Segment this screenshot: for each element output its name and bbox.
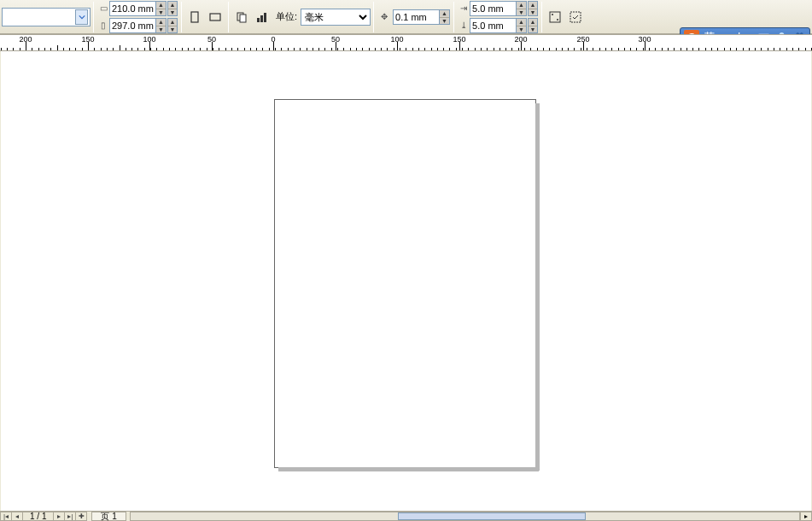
duplicate-distance-group: ⇥ ▲▼ ▲▼ ⤓ ▲▼ ▲▼ bbox=[457, 0, 539, 34]
dup-x-spinner[interactable]: ⇥ ▲▼ ▲▼ bbox=[458, 1, 538, 16]
page-dimensions-group: ▭ ▲▼ ▲▼ ▯ ▲▼ ▲▼ bbox=[96, 0, 178, 34]
chevron-down-icon bbox=[75, 9, 88, 25]
page-shadow bbox=[535, 103, 540, 471]
svg-rect-10 bbox=[570, 12, 581, 22]
svg-rect-0 bbox=[191, 12, 198, 22]
horizontal-ruler[interactable]: 20015010050050100150200250300 bbox=[0, 34, 812, 51]
landscape-button[interactable] bbox=[205, 7, 225, 27]
prev-page-button[interactable]: ◂ bbox=[11, 512, 23, 521]
svg-rect-1 bbox=[210, 14, 220, 20]
dup-y-spinner[interactable]: ⤓ ▲▼ ▲▼ bbox=[458, 18, 538, 33]
next-page-button[interactable]: ▸ bbox=[53, 512, 65, 521]
spinner-arrows[interactable]: ▲▼ bbox=[440, 9, 450, 25]
svg-rect-6 bbox=[264, 13, 266, 22]
page-height-input[interactable] bbox=[109, 18, 156, 33]
ruler-ticks: 20015010050050100150200250300 bbox=[0, 35, 812, 50]
spinner-arrows[interactable]: ▲▼ bbox=[156, 1, 166, 16]
canvas-stage[interactable] bbox=[1, 51, 811, 512]
snap-options-button[interactable] bbox=[545, 7, 565, 27]
treat-as-filled-button[interactable] bbox=[565, 7, 586, 27]
width-icon: ▭ bbox=[97, 3, 109, 13]
pages-button[interactable] bbox=[231, 7, 252, 27]
svg-rect-7 bbox=[550, 12, 560, 22]
portrait-button[interactable] bbox=[184, 7, 205, 27]
unit-select[interactable]: 毫米 bbox=[301, 9, 371, 26]
first-page-button[interactable]: |◂ bbox=[0, 512, 12, 521]
histogram-button[interactable] bbox=[252, 7, 272, 27]
spinner-arrows[interactable]: ▲▼ bbox=[156, 18, 166, 33]
dup-x-input[interactable] bbox=[470, 1, 517, 16]
unit-label: 单位: bbox=[272, 10, 301, 23]
separator bbox=[181, 2, 182, 32]
height-icon: ▯ bbox=[97, 20, 109, 30]
svg-rect-4 bbox=[257, 18, 260, 22]
page-navigator: |◂ ◂ 1 / 1 ▸ ▸| ✚ 页 1 ▸ bbox=[0, 511, 812, 521]
svg-rect-5 bbox=[260, 15, 263, 22]
nudge-input[interactable] bbox=[393, 9, 440, 25]
page-width-input[interactable] bbox=[109, 1, 156, 16]
nudge-icon: ✥ bbox=[377, 12, 392, 21]
page-height-spinner[interactable]: ▯ ▲▼ ▲▼ bbox=[97, 18, 178, 33]
page-counter: 1 / 1 bbox=[22, 512, 54, 521]
scroll-right-button[interactable]: ▸ bbox=[800, 512, 812, 521]
svg-point-9 bbox=[557, 19, 558, 20]
separator bbox=[93, 2, 94, 32]
separator bbox=[228, 2, 229, 32]
dup-y-input[interactable] bbox=[470, 18, 517, 33]
spinner-arrows-alt[interactable]: ▲▼ bbox=[528, 1, 538, 16]
svg-point-8 bbox=[552, 14, 553, 15]
spinner-arrows-alt[interactable]: ▲▼ bbox=[167, 18, 178, 33]
spinner-arrows-alt[interactable]: ▲▼ bbox=[167, 1, 178, 16]
spinner-arrows[interactable]: ▲▼ bbox=[517, 18, 527, 33]
add-page-button[interactable]: ✚ bbox=[75, 512, 87, 521]
svg-rect-3 bbox=[240, 15, 246, 22]
separator bbox=[541, 2, 542, 32]
page-width-spinner[interactable]: ▭ ▲▼ ▲▼ bbox=[97, 1, 178, 16]
separator bbox=[453, 2, 454, 32]
last-page-button[interactable]: ▸| bbox=[64, 512, 76, 521]
document-page[interactable] bbox=[274, 99, 536, 468]
dup-y-icon: ⤓ bbox=[458, 20, 470, 30]
paper-preset-dropdown[interactable] bbox=[2, 8, 91, 26]
page-tab[interactable]: 页 1 bbox=[91, 512, 126, 521]
page-shadow bbox=[278, 467, 539, 471]
spinner-arrows-alt[interactable]: ▲▼ bbox=[528, 18, 538, 33]
nudge-spinner[interactable]: ▲▼ bbox=[393, 9, 450, 25]
dup-x-icon: ⇥ bbox=[458, 3, 470, 13]
spinner-arrows[interactable]: ▲▼ bbox=[517, 1, 527, 16]
horizontal-scrollbar[interactable] bbox=[130, 512, 800, 521]
scrollbar-thumb[interactable] bbox=[398, 512, 586, 520]
separator bbox=[373, 2, 374, 32]
